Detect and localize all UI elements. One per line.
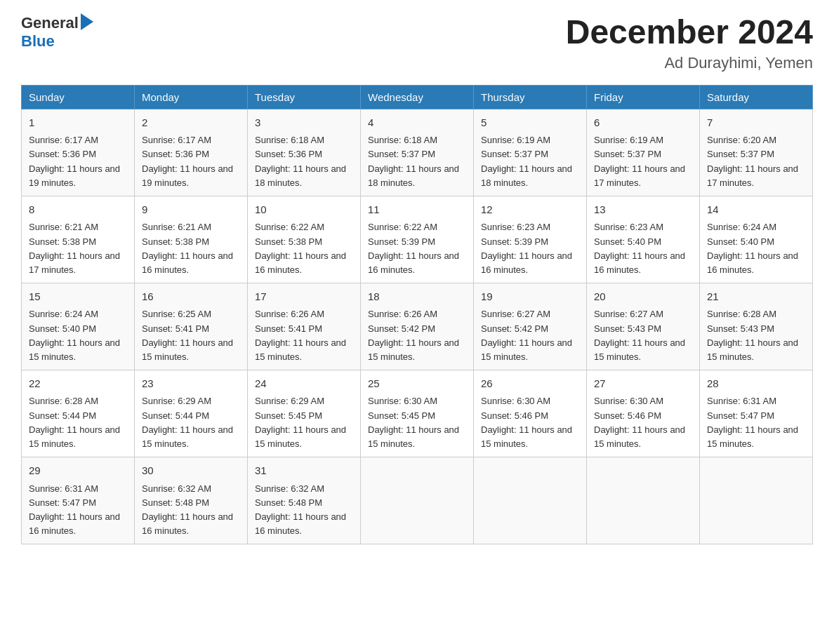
- calendar-cell: 15 Sunrise: 6:24 AMSunset: 5:40 PMDaylig…: [22, 283, 135, 370]
- day-info: Sunrise: 6:26 AMSunset: 5:42 PMDaylight:…: [368, 309, 459, 361]
- day-number: 23: [142, 376, 240, 392]
- day-info: Sunrise: 6:28 AMSunset: 5:43 PMDaylight:…: [707, 309, 798, 361]
- day-number: 31: [255, 463, 353, 479]
- day-info: Sunrise: 6:20 AMSunset: 5:37 PMDaylight:…: [707, 135, 798, 187]
- day-number: 24: [255, 376, 353, 392]
- day-info: Sunrise: 6:24 AMSunset: 5:40 PMDaylight:…: [29, 309, 120, 361]
- location-title: Ad Durayhimi, Yemen: [566, 54, 813, 72]
- month-title: December 2024: [566, 14, 813, 51]
- day-info: Sunrise: 6:24 AMSunset: 5:40 PMDaylight:…: [707, 222, 798, 274]
- day-number: 26: [481, 376, 579, 392]
- calendar-cell: [474, 457, 587, 544]
- day-number: 25: [368, 376, 466, 392]
- day-info: Sunrise: 6:22 AMSunset: 5:38 PMDaylight:…: [255, 222, 346, 274]
- day-number: 3: [255, 115, 353, 131]
- day-number: 28: [707, 376, 805, 392]
- calendar-cell: [700, 457, 813, 544]
- day-number: 14: [707, 202, 805, 218]
- day-info: Sunrise: 6:29 AMSunset: 5:45 PMDaylight:…: [255, 396, 346, 448]
- weekday-header-sunday: Sunday: [22, 85, 135, 109]
- calendar-cell: 24 Sunrise: 6:29 AMSunset: 5:45 PMDaylig…: [248, 370, 361, 457]
- calendar-cell: 17 Sunrise: 6:26 AMSunset: 5:41 PMDaylig…: [248, 283, 361, 370]
- weekday-header-monday: Monday: [135, 85, 248, 109]
- weekday-header-friday: Friday: [587, 85, 700, 109]
- calendar-cell: 12 Sunrise: 6:23 AMSunset: 5:39 PMDaylig…: [474, 196, 587, 283]
- day-info: Sunrise: 6:29 AMSunset: 5:44 PMDaylight:…: [142, 396, 233, 448]
- day-number: 22: [29, 376, 127, 392]
- logo-arrow-icon: [81, 13, 93, 30]
- calendar-cell: 27 Sunrise: 6:30 AMSunset: 5:46 PMDaylig…: [587, 370, 700, 457]
- calendar-cell: 25 Sunrise: 6:30 AMSunset: 5:45 PMDaylig…: [361, 370, 474, 457]
- day-number: 10: [255, 202, 353, 218]
- day-number: 1: [29, 115, 127, 131]
- weekday-header-saturday: Saturday: [700, 85, 813, 109]
- day-number: 12: [481, 202, 579, 218]
- calendar-cell: 7 Sunrise: 6:20 AMSunset: 5:37 PMDayligh…: [700, 109, 813, 196]
- day-number: 29: [29, 463, 127, 479]
- day-number: 17: [255, 289, 353, 305]
- logo-general-text: General: [21, 14, 79, 32]
- calendar-cell: 14 Sunrise: 6:24 AMSunset: 5:40 PMDaylig…: [700, 196, 813, 283]
- calendar-week-row: 8 Sunrise: 6:21 AMSunset: 5:38 PMDayligh…: [22, 196, 813, 283]
- calendar-cell: 4 Sunrise: 6:18 AMSunset: 5:37 PMDayligh…: [361, 109, 474, 196]
- day-info: Sunrise: 6:22 AMSunset: 5:39 PMDaylight:…: [368, 222, 459, 274]
- weekday-header-thursday: Thursday: [474, 85, 587, 109]
- day-info: Sunrise: 6:30 AMSunset: 5:46 PMDaylight:…: [481, 396, 572, 448]
- day-number: 2: [142, 115, 240, 131]
- title-block: December 2024 Ad Durayhimi, Yemen: [566, 14, 813, 72]
- day-info: Sunrise: 6:27 AMSunset: 5:42 PMDaylight:…: [481, 309, 572, 361]
- calendar-week-row: 1 Sunrise: 6:17 AMSunset: 5:36 PMDayligh…: [22, 109, 813, 196]
- day-info: Sunrise: 6:23 AMSunset: 5:39 PMDaylight:…: [481, 222, 572, 274]
- day-info: Sunrise: 6:27 AMSunset: 5:43 PMDaylight:…: [594, 309, 685, 361]
- day-info: Sunrise: 6:28 AMSunset: 5:44 PMDaylight:…: [29, 396, 120, 448]
- day-number: 13: [594, 202, 692, 218]
- calendar-cell: 20 Sunrise: 6:27 AMSunset: 5:43 PMDaylig…: [587, 283, 700, 370]
- weekday-header-row: SundayMondayTuesdayWednesdayThursdayFrid…: [22, 85, 813, 109]
- calendar-cell: [361, 457, 474, 544]
- calendar-table: SundayMondayTuesdayWednesdayThursdayFrid…: [21, 85, 813, 544]
- day-number: 20: [594, 289, 692, 305]
- calendar-cell: 5 Sunrise: 6:19 AMSunset: 5:37 PMDayligh…: [474, 109, 587, 196]
- calendar-cell: 1 Sunrise: 6:17 AMSunset: 5:36 PMDayligh…: [22, 109, 135, 196]
- calendar-cell: 29 Sunrise: 6:31 AMSunset: 5:47 PMDaylig…: [22, 457, 135, 544]
- day-info: Sunrise: 6:18 AMSunset: 5:36 PMDaylight:…: [255, 135, 346, 187]
- day-number: 27: [594, 376, 692, 392]
- calendar-cell: 21 Sunrise: 6:28 AMSunset: 5:43 PMDaylig…: [700, 283, 813, 370]
- day-number: 7: [707, 115, 805, 131]
- calendar-cell: 30 Sunrise: 6:32 AMSunset: 5:48 PMDaylig…: [135, 457, 248, 544]
- day-info: Sunrise: 6:31 AMSunset: 5:47 PMDaylight:…: [707, 396, 798, 448]
- calendar-cell: 8 Sunrise: 6:21 AMSunset: 5:38 PMDayligh…: [22, 196, 135, 283]
- calendar-cell: 9 Sunrise: 6:21 AMSunset: 5:38 PMDayligh…: [135, 196, 248, 283]
- day-info: Sunrise: 6:31 AMSunset: 5:47 PMDaylight:…: [29, 483, 120, 536]
- calendar-cell: 18 Sunrise: 6:26 AMSunset: 5:42 PMDaylig…: [361, 283, 474, 370]
- calendar-week-row: 22 Sunrise: 6:28 AMSunset: 5:44 PMDaylig…: [22, 370, 813, 457]
- day-number: 18: [368, 289, 466, 305]
- day-number: 19: [481, 289, 579, 305]
- logo: General Blue: [21, 14, 93, 51]
- logo-blue-text: Blue: [21, 32, 55, 51]
- calendar-cell: [587, 457, 700, 544]
- day-info: Sunrise: 6:23 AMSunset: 5:40 PMDaylight:…: [594, 222, 685, 274]
- day-number: 8: [29, 202, 127, 218]
- day-number: 15: [29, 289, 127, 305]
- day-number: 5: [481, 115, 579, 131]
- calendar-week-row: 15 Sunrise: 6:24 AMSunset: 5:40 PMDaylig…: [22, 283, 813, 370]
- day-info: Sunrise: 6:19 AMSunset: 5:37 PMDaylight:…: [481, 135, 572, 187]
- calendar-cell: 2 Sunrise: 6:17 AMSunset: 5:36 PMDayligh…: [135, 109, 248, 196]
- calendar-week-row: 29 Sunrise: 6:31 AMSunset: 5:47 PMDaylig…: [22, 457, 813, 544]
- day-info: Sunrise: 6:32 AMSunset: 5:48 PMDaylight:…: [142, 483, 233, 536]
- calendar-cell: 13 Sunrise: 6:23 AMSunset: 5:40 PMDaylig…: [587, 196, 700, 283]
- day-info: Sunrise: 6:32 AMSunset: 5:48 PMDaylight:…: [255, 483, 346, 536]
- day-info: Sunrise: 6:19 AMSunset: 5:37 PMDaylight:…: [594, 135, 685, 187]
- calendar-cell: 23 Sunrise: 6:29 AMSunset: 5:44 PMDaylig…: [135, 370, 248, 457]
- day-info: Sunrise: 6:18 AMSunset: 5:37 PMDaylight:…: [368, 135, 459, 187]
- day-number: 4: [368, 115, 466, 131]
- calendar-cell: 19 Sunrise: 6:27 AMSunset: 5:42 PMDaylig…: [474, 283, 587, 370]
- day-info: Sunrise: 6:30 AMSunset: 5:46 PMDaylight:…: [594, 396, 685, 448]
- day-info: Sunrise: 6:21 AMSunset: 5:38 PMDaylight:…: [29, 222, 120, 274]
- day-info: Sunrise: 6:17 AMSunset: 5:36 PMDaylight:…: [142, 135, 233, 187]
- calendar-cell: 28 Sunrise: 6:31 AMSunset: 5:47 PMDaylig…: [700, 370, 813, 457]
- page-header: General Blue December 2024 Ad Durayhimi,…: [21, 14, 813, 72]
- day-number: 6: [594, 115, 692, 131]
- calendar-cell: 22 Sunrise: 6:28 AMSunset: 5:44 PMDaylig…: [22, 370, 135, 457]
